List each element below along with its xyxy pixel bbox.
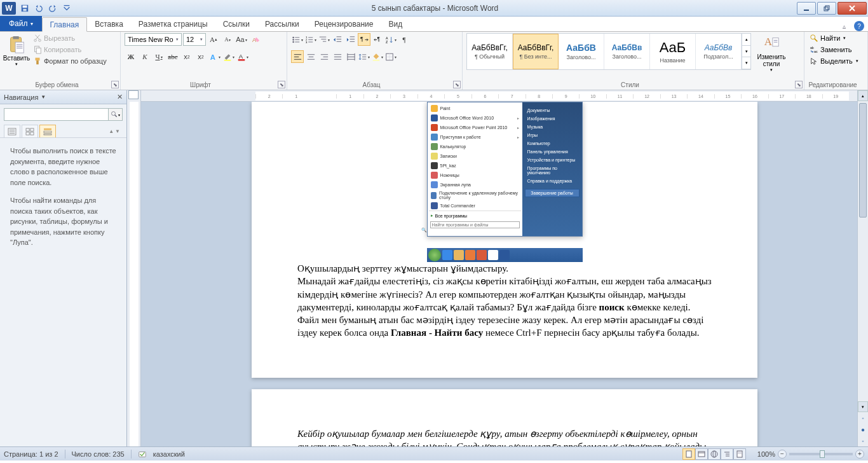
zoom-in-button[interactable]: +: [855, 450, 864, 459]
tab-home[interactable]: Главная: [42, 17, 88, 32]
scroll-thumb[interactable]: [859, 103, 867, 218]
tab-selector[interactable]: [128, 90, 139, 99]
clear-formatting-button[interactable]: A: [249, 33, 262, 46]
styles-scroll-down[interactable]: ▾: [742, 46, 750, 58]
scroll-up-icon[interactable]: ▴: [858, 90, 868, 101]
nav-next-icon[interactable]: ▼: [115, 128, 120, 134]
show-marks-button[interactable]: ¶: [398, 33, 410, 46]
status-language[interactable]: казахский: [153, 450, 185, 458]
sort-button[interactable]: AZ: [384, 33, 397, 46]
file-tab[interactable]: Файл: [0, 16, 42, 31]
replace-button[interactable]: abacЗаменить: [808, 45, 860, 55]
italic-button[interactable]: К: [139, 50, 151, 63]
bullets-button[interactable]: [291, 33, 304, 46]
style-subtitle[interactable]: АаБбВвПодзагол...: [696, 34, 742, 69]
increase-indent-button[interactable]: [344, 33, 357, 46]
view-web-layout[interactable]: [708, 448, 721, 460]
align-left-button[interactable]: [291, 50, 304, 63]
nav-tab-results[interactable]: [39, 125, 56, 137]
line-spacing-button[interactable]: [358, 50, 370, 63]
borders-button[interactable]: [384, 50, 397, 63]
nav-search-input[interactable]: [4, 108, 109, 121]
change-case-button[interactable]: Aa: [235, 33, 248, 46]
strikethrough-button[interactable]: abc: [166, 50, 179, 63]
view-draft[interactable]: [733, 448, 746, 460]
vertical-scrollbar[interactable]: ▴ ▾ ◦ ● ◦: [857, 90, 868, 446]
save-icon[interactable]: [18, 2, 31, 15]
copy-button[interactable]: Копировать: [32, 45, 108, 55]
style-no-spacing[interactable]: АаБбВвГг,¶ Без инте...: [513, 34, 559, 69]
text-effects-button[interactable]: A: [208, 50, 221, 63]
select-button[interactable]: Выделить▾: [808, 56, 860, 66]
shading-button[interactable]: [371, 50, 384, 63]
zoom-value[interactable]: 100%: [757, 450, 775, 458]
styles-launcher[interactable]: ⬊: [795, 81, 803, 88]
style-heading1[interactable]: АаБбВЗаголово...: [559, 34, 604, 69]
status-word-count[interactable]: Число слов: 235: [72, 450, 125, 458]
align-right-button[interactable]: [318, 50, 330, 63]
style-heading2[interactable]: АаБбВвЗаголово...: [604, 34, 650, 69]
paste-button[interactable]: Вставить ▾: [4, 33, 29, 80]
view-outline[interactable]: [721, 448, 733, 460]
underline-button[interactable]: Ч: [153, 50, 165, 63]
highlight-button[interactable]: [222, 50, 235, 63]
minimize-button[interactable]: [797, 2, 816, 15]
styles-scroll-up[interactable]: ▴: [742, 34, 750, 46]
help-icon[interactable]: ?: [854, 21, 864, 31]
nav-close-icon[interactable]: ✕: [117, 93, 123, 101]
nav-prev-icon[interactable]: ▲: [109, 128, 114, 134]
spellcheck-icon[interactable]: [138, 450, 147, 459]
find-button[interactable]: Найти▾: [808, 33, 860, 43]
align-center-button[interactable]: [304, 50, 317, 63]
zoom-slider[interactable]: [789, 453, 853, 455]
undo-icon[interactable]: [32, 2, 45, 15]
next-page-icon[interactable]: ◦: [858, 436, 868, 446]
tab-references[interactable]: Ссылки: [215, 17, 257, 31]
decrease-indent-button[interactable]: [331, 33, 344, 46]
font-color-button[interactable]: A: [236, 50, 249, 63]
bold-button[interactable]: Ж: [125, 50, 137, 63]
zoom-out-button[interactable]: −: [778, 450, 787, 459]
superscript-button[interactable]: x2: [194, 50, 207, 63]
font-size-combo[interactable]: 12: [183, 33, 206, 46]
document-body[interactable]: Оқушылардың зерттеу жұмыстарын ұйымдасты…: [297, 262, 712, 340]
nav-dropdown-icon[interactable]: ▼: [41, 94, 46, 100]
rtl-button[interactable]: ¶: [371, 33, 384, 46]
font-launcher[interactable]: ⬊: [278, 81, 285, 88]
change-styles-button[interactable]: A Изменить стили ▾: [754, 33, 789, 80]
justify-button[interactable]: [331, 50, 344, 63]
paragraph-launcher[interactable]: ⬊: [453, 81, 461, 88]
tab-review[interactable]: Рецензирование: [307, 17, 381, 31]
clipboard-launcher[interactable]: ⬊: [111, 81, 119, 88]
style-title[interactable]: АаБНазвание: [650, 34, 696, 69]
ribbon-minimize-icon[interactable]: ▵: [839, 21, 849, 31]
tab-mailings[interactable]: Рассылки: [257, 17, 307, 31]
close-button[interactable]: [837, 2, 867, 15]
tab-page-layout[interactable]: Разметка страницы: [131, 17, 215, 31]
prev-page-icon[interactable]: ◦: [858, 413, 868, 424]
cut-button[interactable]: Вырезать: [32, 33, 108, 43]
qat-customize-icon[interactable]: [60, 2, 73, 15]
distributed-button[interactable]: [344, 50, 357, 63]
subscript-button[interactable]: x2: [180, 50, 193, 63]
multilevel-list-button[interactable]: [318, 33, 330, 46]
view-print-layout[interactable]: [682, 448, 695, 460]
numbering-button[interactable]: 123: [304, 33, 317, 46]
font-name-combo[interactable]: Times New Ro: [125, 33, 182, 46]
style-normal[interactable]: АаБбВвГг,¶ Обычный: [467, 34, 513, 69]
styles-expand[interactable]: ▾: [742, 57, 750, 69]
nav-tab-headings[interactable]: [4, 125, 20, 137]
redo-icon[interactable]: [46, 2, 59, 15]
browse-object-icon[interactable]: ●: [858, 424, 868, 435]
tab-insert[interactable]: Вставка: [87, 17, 131, 31]
shrink-font-button[interactable]: A▾: [221, 33, 234, 46]
status-page[interactable]: Страница: 1 из 2: [4, 450, 58, 458]
nav-tab-pages[interactable]: [22, 125, 38, 137]
tab-view[interactable]: Вид: [381, 17, 410, 31]
format-painter-button[interactable]: Формат по образцу: [32, 56, 108, 66]
document-scroll[interactable]: PaintMicrosoft Office Word 2010▸Microsof…: [141, 102, 868, 446]
scroll-down-icon[interactable]: ▾: [858, 401, 868, 412]
restore-button[interactable]: [817, 2, 836, 15]
ltr-button[interactable]: ¶: [358, 33, 370, 46]
nav-search-go-button[interactable]: ▾: [109, 108, 123, 121]
